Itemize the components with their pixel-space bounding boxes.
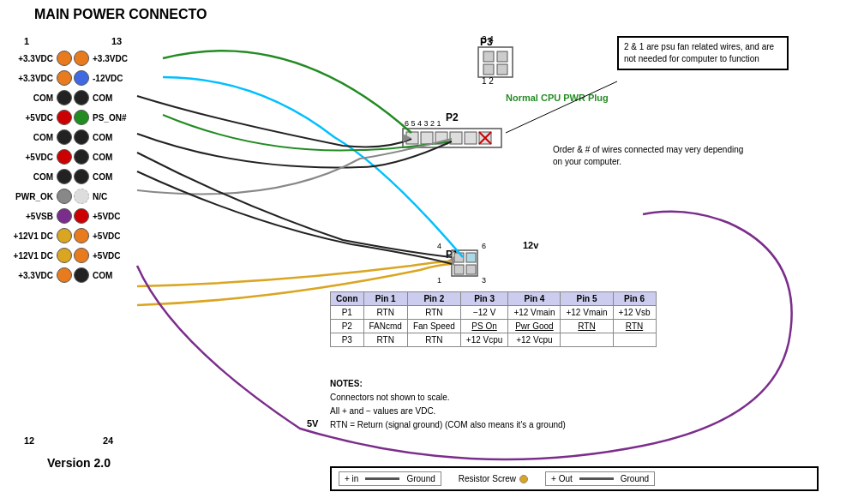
pin-row-11: +12V1 DC +5VDC — [9, 246, 189, 265]
cpu-pwr-label: Normal CPU PWR Plug — [506, 93, 609, 103]
col-bottom-12: 12 — [24, 435, 34, 446]
pin-right-label-8: N/C — [90, 192, 150, 201]
svg-rect-24 — [454, 265, 464, 274]
legend-line-ground2 — [579, 477, 614, 480]
pin-right-label-2: -12VDC — [90, 74, 150, 83]
td-p1-pin6: +12 Vsb — [613, 306, 656, 320]
pin-pair-3 — [56, 90, 90, 105]
pin-row-4: +5VDC PS_ON# — [9, 108, 189, 127]
pin-left-label-7: COM — [9, 172, 56, 182]
annotation-box-1: 2 & 1 are psu fan related wires, and are… — [617, 36, 789, 70]
5v-label: 5V — [307, 418, 318, 429]
col-bottom-24: 24 — [103, 435, 113, 446]
svg-text:6: 6 — [482, 242, 486, 250]
info-table: Conn Pin 1 Pin 2 Pin 3 Pin 4 Pin 5 Pin 6… — [330, 291, 657, 347]
legend-resistor: Resistor Screw — [459, 474, 528, 483]
pin-circle-11r — [74, 248, 89, 263]
svg-line-16 — [479, 132, 491, 144]
table-row-p2: P2 FANcmd Fan Speed PS On Pwr Good RTN R… — [331, 320, 657, 333]
notes-section: NOTES: Connectors not shown to scale. Al… — [330, 377, 566, 432]
svg-text:1    2: 1 2 — [482, 76, 494, 86]
pin-circle-12l — [57, 267, 72, 283]
pin-circle-11l — [57, 248, 72, 263]
td-p2-conn: P2 — [331, 320, 364, 333]
version-label: Version 2.0 — [47, 456, 111, 470]
pin-right-label-7: COM — [90, 172, 150, 182]
svg-rect-13 — [465, 132, 477, 144]
table-row-p1: P1 RTN RTN −12 V +12 Vmain +12 Vmain +12… — [331, 306, 657, 320]
pin-pair-8 — [56, 189, 90, 204]
legend-ground1: Ground — [406, 474, 435, 483]
svg-text:4: 4 — [437, 242, 441, 250]
pin-row-12: +3.3VDC COM — [9, 266, 189, 285]
td-p2-pin4: Pwr Good — [508, 320, 561, 333]
pin-pair-12 — [56, 267, 90, 283]
pin-circle-2r — [74, 70, 89, 86]
pin-circle-12r — [74, 267, 89, 283]
table-header-pin2: Pin 2 — [407, 292, 460, 306]
legend-plus-in: + in — [345, 474, 358, 483]
svg-rect-3 — [483, 51, 494, 62]
td-p2-pin5: RTN — [561, 320, 613, 333]
p1-label: P1 — [446, 249, 459, 261]
pin-row-7: COM COM — [9, 167, 189, 186]
td-p3-pin2: RTN — [407, 333, 460, 347]
pin-pair-10 — [56, 228, 90, 243]
td-p1-pin2: RTN — [407, 306, 460, 320]
notes-line-3: RTN = Return (signal ground) (COM also m… — [330, 418, 566, 432]
pin-right-label-11: +5VDC — [90, 251, 150, 261]
td-p2-pin3: PS On — [460, 320, 508, 333]
svg-line-15 — [479, 132, 491, 144]
p3-label: P3 — [480, 36, 493, 48]
table-header-conn: Conn — [331, 292, 364, 306]
svg-line-28 — [506, 81, 617, 133]
pin-row-5: COM COM — [9, 128, 189, 147]
table-header-pin3: Pin 3 — [460, 292, 508, 306]
td-p1-pin1: RTN — [363, 306, 407, 320]
legend-ground2: Ground — [621, 474, 649, 483]
pin-circle-7l — [57, 169, 72, 184]
pin-circle-6r — [74, 149, 89, 165]
td-p1-pin3: −12 V — [460, 306, 508, 320]
pin-circle-8r — [74, 189, 89, 204]
pin-row-9: +5VSB +5VDC — [9, 207, 189, 225]
pin-circle-1r — [74, 51, 89, 66]
notes-line-1: Connectors not shown to scale. — [330, 391, 566, 405]
td-p3-pin5 — [561, 333, 613, 347]
pin-left-label-11: +12V1 DC — [9, 251, 56, 261]
td-p2-pin2: Fan Speed — [407, 320, 460, 333]
svg-rect-12 — [450, 132, 462, 144]
td-p3-pin1: RTN — [363, 333, 407, 347]
pin-left-label-5: COM — [9, 133, 56, 142]
pin-circle-4r — [74, 110, 89, 125]
td-p1-pin4: +12 Vmain — [508, 306, 561, 320]
pin-circle-2l — [57, 70, 72, 86]
pin-circle-9r — [74, 208, 89, 224]
pin-pair-5 — [56, 129, 90, 145]
svg-rect-9 — [406, 132, 418, 144]
diagram-container: MAIN POWER CONNECTO 1 13 +3.3VDC +3.3VDC… — [0, 0, 846, 504]
pin-circle-7r — [74, 169, 89, 184]
pin-circle-8l — [57, 189, 72, 204]
pin-pair-7 — [56, 169, 90, 184]
svg-rect-7 — [403, 129, 501, 147]
svg-rect-25 — [466, 265, 476, 274]
pin-left-label-1: +3.3VDC — [9, 54, 56, 63]
annotation-text-2: Order & # of wires connected may very de… — [553, 144, 750, 168]
svg-rect-6 — [497, 64, 507, 75]
legend-plus-out: + Out — [551, 474, 573, 483]
main-title: MAIN POWER CONNECTO — [34, 7, 207, 22]
table-header-pin5: Pin 5 — [561, 292, 613, 306]
pin-left-label-9: +5VSB — [9, 212, 56, 221]
table-header-pin6: Pin 6 — [613, 292, 656, 306]
connector-block: +3.3VDC +3.3VDC +3.3VDC -12VDC COM COM — [9, 48, 189, 285]
p1-connector: 4 6 1 3 — [437, 242, 486, 285]
pin-right-label-6: COM — [90, 153, 150, 162]
notes-line-2: All + and − values are VDC. — [330, 405, 566, 418]
td-p2-pin6: RTN — [613, 320, 656, 333]
pin-circle-4l — [57, 110, 72, 125]
pin-row-3: COM COM — [9, 88, 189, 107]
pin-right-label-12: COM — [90, 271, 150, 280]
td-p2-pin1: FANcmd — [363, 320, 407, 333]
legend-box: + in Ground Resistor Screw + Out Ground — [330, 466, 819, 491]
